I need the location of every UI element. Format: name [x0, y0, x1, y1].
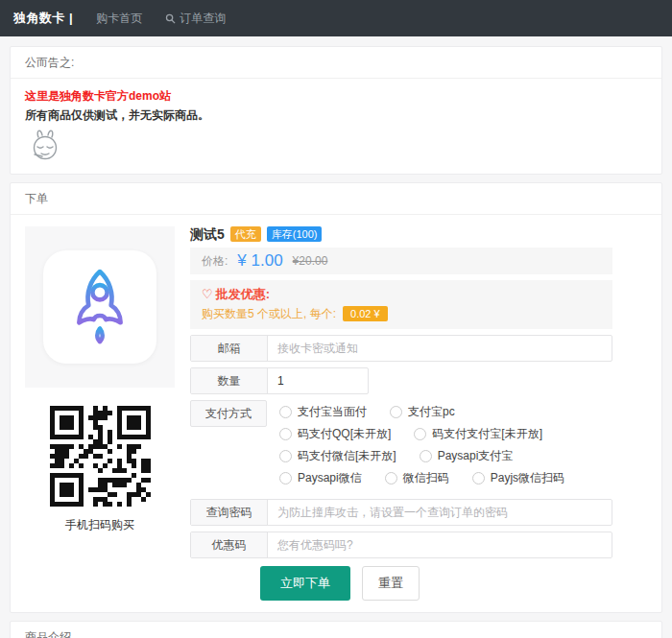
query-password-label: 查询密码: [191, 500, 268, 525]
payment-option-label: Payjs微信扫码: [491, 471, 564, 484]
price-label: 价格:: [202, 253, 228, 270]
radio-icon: [414, 428, 426, 440]
bunny-emoticon-image: [25, 129, 647, 164]
product-image: [25, 226, 175, 388]
payment-option-label: 码支付微信[未开放]: [298, 449, 396, 462]
radio-icon: [279, 450, 292, 462]
quantity-input[interactable]: [268, 368, 368, 393]
radio-icon: [279, 406, 292, 418]
payment-option-label: 微信扫码: [403, 471, 449, 484]
wholesale-title: 批发优惠:: [216, 287, 270, 301]
coupon-label: 优惠码: [191, 532, 268, 557]
payment-option-paysapi-alipay[interactable]: Paysapi支付宝: [420, 449, 514, 462]
rocket-icon: [43, 250, 156, 364]
top-navbar: 独角数卡 | 购卡首页 订单查询: [0, 0, 672, 36]
payment-option-paysapi-wechat[interactable]: Paysapi微信: [279, 471, 362, 484]
nav-link-order-query[interactable]: 订单查询: [165, 11, 226, 27]
product-type-badge: 代充: [230, 226, 261, 242]
radio-icon: [420, 450, 432, 462]
current-price: ¥ 1.00: [237, 251, 282, 271]
nav-link-home-label: 购卡首页: [96, 11, 142, 27]
heart-icon: ♡: [202, 287, 213, 301]
email-input[interactable]: [268, 336, 612, 361]
payment-option-alipay-pc[interactable]: 支付宝pc: [390, 405, 455, 418]
query-password-input[interactable]: [268, 500, 612, 525]
search-icon: [165, 13, 176, 24]
quantity-label: 数量: [191, 368, 268, 393]
payment-option-label: 支付宝当面付: [298, 405, 367, 418]
payment-option-codepay-qq[interactable]: 码支付QQ[未开放]: [279, 427, 391, 440]
radio-icon: [279, 428, 292, 440]
payment-option-label: Paysapi微信: [298, 471, 362, 484]
order-buttons-row: 立即下单 重置: [260, 566, 612, 601]
order-card: 下单: [10, 182, 662, 613]
payment-option-codepay-wechat[interactable]: 码支付微信[未开放]: [279, 449, 396, 462]
submit-order-button[interactable]: 立即下单: [260, 566, 350, 601]
order-body: 手机扫码购买 测试5 代充 库存(100) 价格: ¥ 1.00 ¥20.00 …: [11, 215, 661, 612]
description-title: 商品介绍: [11, 622, 661, 638]
qr-caption: 手机扫码购买: [25, 517, 175, 533]
wholesale-title-row: ♡ 批发优惠:: [202, 287, 601, 301]
payment-option-wechat-scan[interactable]: 微信扫码: [385, 471, 449, 484]
order-title: 下单: [11, 183, 661, 215]
payment-method-label: 支付方式: [190, 400, 267, 427]
product-name: 测试5: [190, 226, 225, 242]
qr-code: [47, 403, 154, 509]
email-label: 邮箱: [191, 336, 268, 361]
announcement-body: 这里是独角数卡官方demo站 所有商品仅供测试，并无实际商品。: [11, 79, 661, 174]
description-card: 商品介绍 测试测试: [10, 621, 662, 638]
radio-icon: [390, 406, 402, 418]
original-price: ¥20.00: [293, 254, 328, 268]
wholesale-panel: ♡ 批发优惠: 购买数量5 个或以上, 每个: 0.02 ¥: [190, 280, 612, 329]
payment-options: 支付宝当面付 支付宝pc 码支付QQ[未开放] 码支付支付宝[未开放]: [279, 400, 612, 493]
payment-option-label: 码支付支付宝[未开放]: [432, 427, 542, 440]
announcement-title: 公而告之:: [11, 47, 661, 79]
announcement-card: 公而告之: 这里是独角数卡官方demo站 所有商品仅供测试，并无实际商品。: [10, 46, 662, 175]
product-title-row: 测试5 代充 库存(100): [190, 226, 612, 242]
coupon-field-group: 优惠码: [190, 532, 612, 558]
nav-link-home[interactable]: 购卡首页: [96, 11, 142, 27]
order-form-column: 测试5 代充 库存(100) 价格: ¥ 1.00 ¥20.00 ♡ 批发优惠:…: [190, 226, 612, 601]
payment-option-payjs-wechat-scan[interactable]: Payjs微信扫码: [472, 471, 564, 484]
payment-option-alipay-f2f[interactable]: 支付宝当面付: [279, 405, 367, 418]
payment-option-label: 支付宝pc: [408, 405, 455, 418]
payment-option-label: 码支付QQ[未开放]: [298, 427, 391, 440]
page-container: 公而告之: 这里是独角数卡官方demo站 所有商品仅供测试，并无实际商品。 下单: [10, 46, 662, 638]
site-brand: 独角数卡 |: [13, 10, 73, 27]
payment-option-codepay-alipay[interactable]: 码支付支付宝[未开放]: [414, 427, 542, 440]
product-media-column: 手机扫码购买: [25, 226, 175, 601]
wholesale-detail-row: 购买数量5 个或以上, 每个: 0.02 ¥: [202, 306, 601, 321]
stock-badge: 库存(100): [267, 226, 323, 242]
payment-method-row: 支付方式 支付宝当面付 支付宝pc 码支付QQ[未开放]: [190, 400, 612, 493]
nav-link-order-query-label: 订单查询: [180, 11, 226, 27]
query-password-field-group: 查询密码: [190, 499, 612, 526]
quantity-field-group: 数量: [190, 367, 369, 394]
payment-option-label: Paysapi支付宝: [438, 449, 514, 462]
radio-icon: [472, 472, 485, 484]
wholesale-unit-price-badge: 0.02 ¥: [343, 306, 388, 321]
reset-button[interactable]: 重置: [362, 566, 420, 601]
price-row: 价格: ¥ 1.00 ¥20.00: [190, 248, 612, 274]
announcement-line2: 所有商品仅供测试，并无实际商品。: [25, 108, 647, 122]
email-field-group: 邮箱: [190, 335, 612, 362]
radio-icon: [279, 472, 292, 484]
coupon-input[interactable]: [268, 532, 612, 557]
announcement-line1: 这里是独角数卡官方demo站: [25, 89, 647, 103]
radio-icon: [385, 472, 397, 484]
wholesale-desc: 购买数量5 个或以上, 每个:: [202, 307, 336, 320]
